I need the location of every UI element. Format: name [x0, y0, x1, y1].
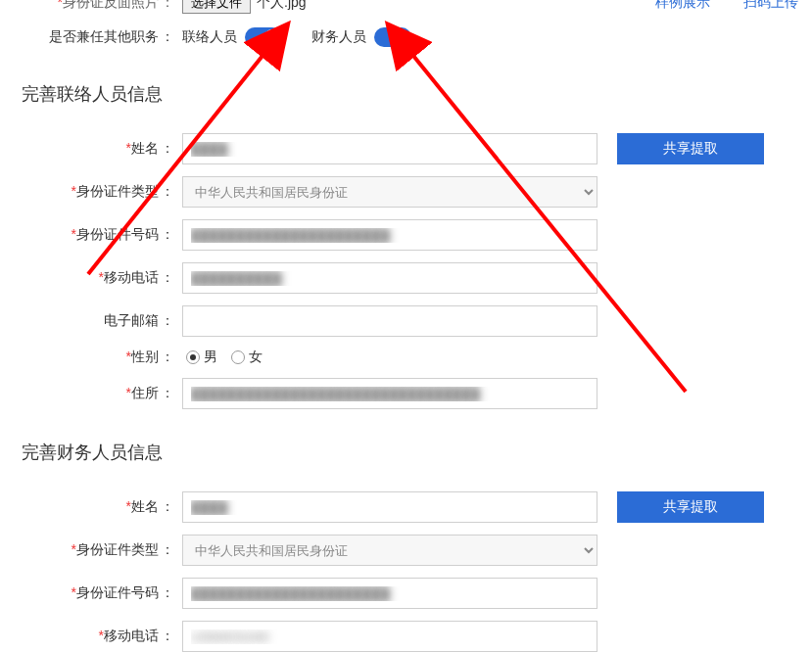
sample-display-link[interactable]: 样例展示	[655, 0, 710, 12]
other-duties-label: 是否兼任其他职务：	[0, 28, 182, 46]
finance-name-label: 姓名	[131, 498, 159, 514]
radio-icon	[231, 350, 245, 364]
choose-file-button[interactable]: 选择文件	[182, 0, 251, 14]
file-name-text: 个人.jpg	[257, 0, 307, 12]
contact-idtype-label: 身份证件类型	[76, 183, 159, 199]
contact-phone-input[interactable]	[182, 262, 597, 294]
finance-toggle[interactable]	[374, 27, 411, 47]
finance-toggle-label: 财务人员	[311, 28, 366, 46]
scan-upload-link[interactable]: 扫码上传	[743, 0, 798, 12]
finance-idtype-label: 身份证件类型	[76, 541, 159, 557]
contact-toggle-label: 联络人员	[182, 28, 237, 46]
finance-idtype-select[interactable]: 中华人民共和国居民身份证	[182, 535, 597, 566]
id-back-photo-label: *身份证反面照片：	[0, 0, 182, 12]
finance-phone-input[interactable]	[182, 621, 597, 652]
contact-name-input[interactable]	[182, 133, 597, 164]
contact-address-input[interactable]	[182, 378, 597, 409]
contact-idtype-select[interactable]: 中华人民共和国居民身份证	[182, 176, 597, 208]
finance-name-input[interactable]	[182, 491, 597, 523]
contact-phone-label: 移动电话	[104, 269, 159, 285]
contact-email-label: 电子邮箱	[104, 312, 159, 328]
gender-male-radio[interactable]: 男	[186, 349, 217, 366]
finance-idno-input[interactable]	[182, 578, 597, 609]
contact-idno-input[interactable]	[182, 219, 597, 251]
finance-idno-label: 身份证件号码	[76, 584, 159, 600]
contact-address-label: 住所	[131, 385, 159, 400]
contact-toggle[interactable]	[245, 27, 282, 47]
contact-name-label: 姓名	[131, 140, 159, 156]
contact-email-input[interactable]	[182, 305, 597, 337]
finance-section-title: 完善财务人员信息	[0, 415, 812, 486]
contact-section-title: 完善联络人员信息	[0, 57, 812, 127]
gender-female-radio[interactable]: 女	[231, 349, 263, 366]
finance-share-button[interactable]: 共享提取	[617, 491, 764, 523]
finance-phone-label: 移动电话	[104, 628, 159, 643]
contact-idno-label: 身份证件号码	[76, 226, 159, 242]
contact-gender-label: 性别	[131, 349, 159, 364]
contact-share-button[interactable]: 共享提取	[617, 133, 764, 164]
radio-icon	[186, 350, 200, 364]
